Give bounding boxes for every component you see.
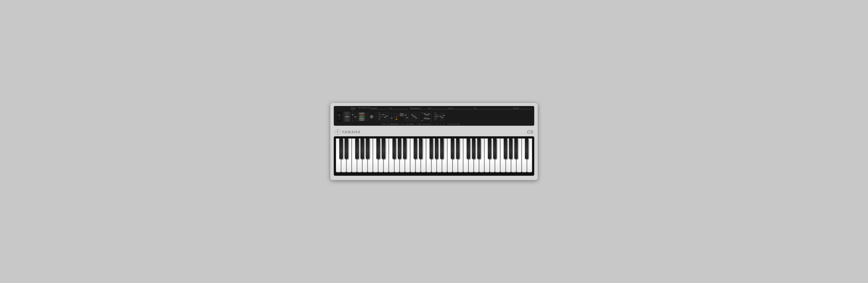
volume-slider[interactable] (352, 112, 353, 120)
black-key-17[interactable] (467, 138, 470, 159)
lfo-label: LFO (389, 108, 408, 109)
black-key-11[interactable] (419, 138, 422, 159)
effect-depth-label: DEPTH (452, 124, 456, 125)
looper-section: CLEAR REC PLAY (359, 113, 369, 121)
looper-stop-button[interactable]: STOP (359, 119, 369, 121)
tempo-bottom-label: TEMPO (382, 124, 386, 125)
speaker-grille (336, 111, 342, 123)
effect-rate-fader[interactable] (443, 112, 444, 121)
black-key-23[interactable] (509, 138, 513, 159)
aeg-release-fader[interactable] (429, 117, 429, 120)
black-key-4[interactable] (366, 138, 369, 159)
portamento-label: PORTAMENTO (410, 108, 427, 109)
black-key-21[interactable] (493, 138, 497, 159)
eg-a-label: A (432, 124, 435, 125)
aeg-attack-fader[interactable] (424, 117, 425, 120)
black-key-15[interactable] (451, 138, 454, 159)
osc-section: ∿ ⊓⊓ ᗑ ᗧ (396, 112, 407, 121)
looper-rec-button[interactable]: REC (359, 114, 369, 116)
effect-delay-label: DELAY (434, 118, 438, 119)
eg-s-label: S (439, 124, 442, 125)
effect-type-label: TYPE (447, 124, 452, 125)
aeg-decay-fader[interactable] (426, 117, 426, 120)
eg-label: EG (474, 108, 512, 109)
brand-row: YAMAHA CS (334, 128, 534, 136)
yamaha-logo: YAMAHA (335, 129, 361, 135)
feg-attack-fader[interactable] (424, 112, 425, 116)
feg-decay-fader[interactable] (426, 112, 426, 116)
effect-depth-fader[interactable] (442, 112, 442, 121)
looper-play-button[interactable]: PLAY (359, 116, 369, 118)
tempo-knob[interactable] (370, 115, 374, 119)
black-key-24[interactable] (514, 138, 518, 159)
black-key-8[interactable] (398, 138, 401, 159)
osc-texture-fader[interactable] (405, 112, 406, 121)
octave-section (355, 113, 355, 121)
eg-r-label: R (442, 124, 446, 125)
keyboard-housing (334, 136, 534, 176)
feg-release-fader[interactable] (429, 112, 429, 116)
osc-mod-label: MOD (411, 124, 415, 125)
black-key-22[interactable] (504, 138, 507, 159)
looper-clear-button[interactable]: CLEAR (359, 113, 369, 114)
black-key-13[interactable] (435, 138, 438, 159)
black-key-18[interactable] (472, 138, 475, 159)
mono-button[interactable]: MONO (400, 113, 404, 115)
looper-pause-button[interactable]: PAUSE (359, 118, 369, 119)
osc-mod-fader[interactable] (406, 112, 407, 121)
yamaha-emblem-icon (335, 129, 341, 135)
aeg-sustain-fader[interactable] (427, 117, 428, 120)
lfo-assign-fader[interactable] (383, 112, 383, 121)
effect-dist-label: DIST (434, 112, 437, 114)
black-key-1[interactable] (345, 138, 348, 159)
poly-button[interactable]: POLY (400, 115, 404, 116)
lfo-depth-fader[interactable] (384, 112, 385, 121)
filter-resonance-fader[interactable] (416, 112, 416, 121)
feg-sustain-fader[interactable] (427, 112, 428, 116)
black-key-0[interactable] (339, 138, 343, 159)
portamento-fader[interactable] (391, 112, 392, 121)
pitch-bend-label: PITCH BEND (350, 107, 356, 110)
black-key-6[interactable] (382, 138, 385, 159)
black-key-25[interactable] (525, 138, 528, 159)
effect-section: DIST CHO/FLA PHASER DELAY (433, 112, 531, 121)
pitch-bend-section (343, 112, 351, 122)
effect-rate-label: RATE (456, 124, 461, 125)
looper-label: LOOPER (371, 108, 388, 109)
effect-cho-label: CHO/FLA (434, 114, 439, 115)
portamento-section (391, 112, 392, 121)
black-key-10[interactable] (414, 138, 417, 159)
volume-label: VOLUME (358, 107, 363, 110)
keyboard (336, 138, 532, 172)
effect-label: EFFECT (513, 108, 532, 109)
black-key-19[interactable] (477, 138, 480, 159)
black-key-20[interactable] (488, 138, 491, 159)
pitch-bend-wheel[interactable] (344, 112, 350, 122)
filter-label: FILTER (448, 108, 473, 109)
black-key-9[interactable] (403, 138, 406, 159)
filter-cutoff-label: CUTOFF (416, 124, 423, 125)
control-panel: PITCH BEND VOLUME OCTAVE LOOPER LFO PORT… (334, 106, 534, 126)
black-key-14[interactable] (440, 138, 443, 159)
lfo-assign-label: ASSIGN (388, 124, 392, 125)
filter-cutoff-fader[interactable] (414, 112, 415, 121)
black-key-12[interactable] (430, 138, 433, 159)
volume-section: ++ 0 -- (352, 110, 353, 123)
lfo-speed-fader[interactable] (386, 112, 387, 121)
octave-slider[interactable] (355, 113, 355, 121)
black-key-2[interactable] (355, 138, 359, 159)
filter-fader-1[interactable] (411, 112, 412, 121)
filter-fader-2[interactable] (413, 112, 414, 121)
effect-type-fader[interactable] (440, 112, 441, 121)
black-key-16[interactable] (456, 138, 459, 159)
osc-label: OSC (428, 108, 447, 109)
lfo-section: OSC PITCH FILTER AMP (378, 112, 387, 121)
black-key-7[interactable] (393, 138, 396, 159)
effect-off-label: OFF (434, 119, 436, 120)
filter-section (411, 112, 416, 121)
black-key-5[interactable] (376, 138, 380, 159)
black-key-3[interactable] (361, 138, 364, 159)
osc-texture-label: TEXTURE (405, 124, 411, 125)
tempo-knob-section (370, 115, 374, 119)
portamento-type-label: TYPE (400, 124, 405, 125)
